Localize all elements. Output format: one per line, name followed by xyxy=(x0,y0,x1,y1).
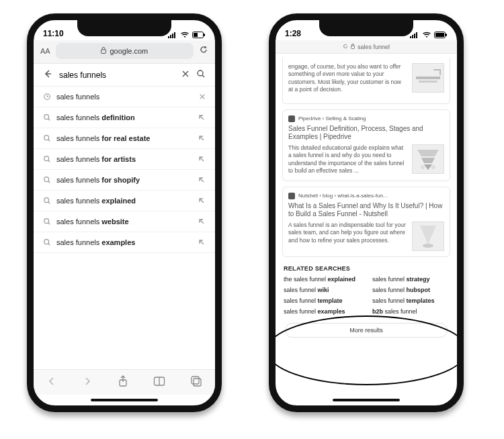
svg-rect-2 xyxy=(172,34,173,38)
reload-icon[interactable] xyxy=(199,45,208,57)
svg-point-37 xyxy=(423,244,433,248)
svg-rect-21 xyxy=(410,36,411,38)
svg-rect-24 xyxy=(416,32,417,38)
search-icon[interactable] xyxy=(196,69,206,81)
remove-icon[interactable] xyxy=(199,93,206,100)
nav-back-icon[interactable] xyxy=(46,376,57,389)
search-input[interactable] xyxy=(59,70,175,80)
more-results-button[interactable]: More results xyxy=(285,323,448,338)
battery-icon xyxy=(434,32,448,38)
suggestion-list: sales funnelssales funnels definitionsal… xyxy=(34,87,215,253)
suggestion-item[interactable]: sales funnels definition xyxy=(34,107,215,128)
related-search-item[interactable]: sales funnel examples xyxy=(284,308,360,315)
svg-point-8 xyxy=(198,70,203,76)
url-pill[interactable]: google.com xyxy=(56,43,194,59)
suggestion-item[interactable]: sales funnels for real estate xyxy=(34,128,215,149)
related-heading: RELATED SEARCHES xyxy=(284,265,449,272)
suggestion-label: sales funnels xyxy=(56,93,199,101)
related-searches: RELATED SEARCHES the sales funnel explai… xyxy=(282,262,450,316)
svg-rect-3 xyxy=(174,32,175,38)
nav-forward-icon[interactable] xyxy=(82,376,93,389)
result-thumbnail xyxy=(412,222,444,251)
search-row xyxy=(34,64,215,87)
svg-marker-31 xyxy=(417,150,439,156)
svg-rect-28 xyxy=(351,46,354,49)
insert-arrow-icon[interactable] xyxy=(198,238,206,246)
battery-icon xyxy=(192,32,206,38)
insert-arrow-icon[interactable] xyxy=(198,197,206,205)
related-search-item[interactable]: b2b sales funnel xyxy=(372,308,449,315)
home-indicator xyxy=(91,399,158,401)
svg-rect-20 xyxy=(192,377,199,384)
tabs-icon[interactable] xyxy=(190,375,202,390)
insert-arrow-icon[interactable] xyxy=(198,134,206,142)
related-search-item[interactable]: the sales funnel explained xyxy=(284,276,360,283)
search-icon xyxy=(43,155,56,163)
signal-icon xyxy=(410,32,419,38)
related-search-item[interactable]: sales funnel templates xyxy=(372,297,449,304)
svg-point-34 xyxy=(421,165,425,169)
clear-icon[interactable] xyxy=(181,70,190,80)
address-bar: AA google.com xyxy=(34,40,215,64)
svg-point-13 xyxy=(44,177,49,182)
address-bar[interactable]: sales funnel xyxy=(276,40,457,54)
result-card-partial[interactable]: engage, of course, but you also want to … xyxy=(282,58,450,104)
insert-arrow-icon[interactable] xyxy=(198,155,206,163)
result-title: What Is a Sales Funnel and Why Is It Use… xyxy=(288,202,444,219)
svg-rect-30 xyxy=(419,81,437,83)
result-source: Nutshell › blog › what-is-a-sales-fun... xyxy=(288,193,444,199)
related-search-item[interactable]: sales funnel hubspot xyxy=(372,287,449,293)
suggestion-item[interactable]: sales funnels for shopify xyxy=(34,170,215,191)
related-search-item[interactable]: sales funnel wiki xyxy=(284,287,360,293)
result-snippet: engage, of course, but you also want to … xyxy=(288,63,407,94)
insert-arrow-icon[interactable] xyxy=(198,217,206,226)
insert-arrow-icon[interactable] xyxy=(198,113,206,121)
wifi-icon xyxy=(180,32,190,38)
notch xyxy=(319,20,413,36)
share-icon[interactable] xyxy=(118,375,128,390)
svg-point-35 xyxy=(431,165,435,169)
suggestion-item[interactable]: sales funnels explained xyxy=(34,191,215,211)
home-indicator xyxy=(333,399,400,401)
svg-rect-29 xyxy=(416,77,440,79)
suggestion-item[interactable]: sales funnels examples xyxy=(34,232,215,253)
search-icon xyxy=(43,197,56,205)
related-search-item[interactable]: sales funnel strategy xyxy=(372,276,449,283)
suggestion-item[interactable]: sales funnels for artists xyxy=(34,149,215,170)
favicon xyxy=(288,193,295,199)
url-text: google.com xyxy=(110,47,148,55)
svg-rect-5 xyxy=(194,33,198,37)
svg-point-14 xyxy=(44,198,49,203)
svg-marker-36 xyxy=(420,226,436,244)
suggestion-label: sales funnels explained xyxy=(56,197,198,205)
svg-point-12 xyxy=(44,156,49,161)
svg-rect-22 xyxy=(412,35,413,38)
insert-arrow-icon[interactable] xyxy=(198,176,206,184)
result-card[interactable]: Pipedrive › Selling & ScalingSales Funne… xyxy=(282,109,450,181)
safari-toolbar xyxy=(34,369,215,395)
search-icon xyxy=(43,176,56,184)
bookmarks-icon[interactable] xyxy=(153,376,165,389)
suggestion-label: sales funnels for shopify xyxy=(56,176,198,184)
result-thumbnail xyxy=(412,144,444,174)
result-thumbnail xyxy=(412,63,444,93)
svg-rect-7 xyxy=(101,50,106,54)
suggestion-item[interactable]: sales funnels website xyxy=(34,211,215,232)
favicon xyxy=(288,115,295,122)
related-search-item[interactable]: sales funnel template xyxy=(284,297,360,304)
notch xyxy=(77,20,171,36)
svg-point-10 xyxy=(44,115,49,119)
svg-marker-33 xyxy=(424,164,432,170)
suggestion-label: sales funnels for real estate xyxy=(56,134,198,142)
wifi-icon xyxy=(422,32,431,38)
signal-icon xyxy=(168,32,177,38)
refresh-small-icon xyxy=(343,44,348,50)
suggestion-label: sales funnels examples xyxy=(56,238,198,246)
text-size-button[interactable]: AA xyxy=(40,47,50,55)
back-arrow-icon[interactable] xyxy=(43,69,52,81)
result-card[interactable]: Nutshell › blog › what-is-a-sales-fun...… xyxy=(282,187,450,257)
suggestion-item[interactable]: sales funnels xyxy=(34,87,215,107)
url-text: sales funnel xyxy=(358,44,390,50)
svg-point-16 xyxy=(44,240,49,244)
suggestion-label: sales funnels definition xyxy=(56,113,198,121)
